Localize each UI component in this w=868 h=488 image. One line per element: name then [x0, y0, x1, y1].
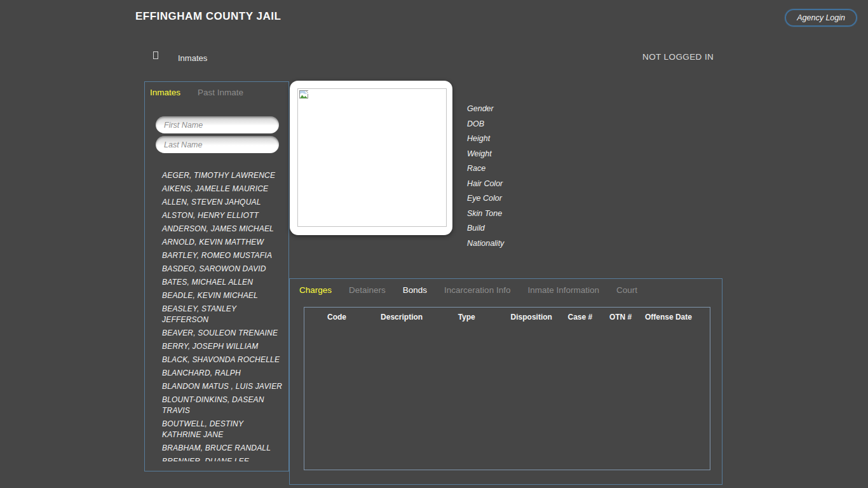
attribute-label: Weight	[467, 147, 504, 162]
inmate-list-item[interactable]: BLACK, SHAVONDA ROCHELLE	[162, 355, 283, 365]
inmate-list[interactable]: AEGER, TIMOTHY LAWRENCE AIKENS, JAMELLE …	[145, 170, 288, 461]
login-status-text: NOT LOGGED IN	[642, 52, 714, 62]
details-tab[interactable]: Detainers	[349, 285, 386, 295]
broken-image-icon	[299, 90, 309, 99]
inmate-list-item[interactable]: BOUTWELL, DESTINY KATHRINE JANE	[162, 419, 283, 440]
attribute-label: Height	[467, 132, 504, 147]
page-title: EFFINGHAM COUNTY JAIL	[135, 10, 281, 23]
inmate-photo-placeholder	[297, 88, 447, 227]
charges-table-column-header: Offense Date	[645, 313, 692, 322]
charges-table-column-header: Code	[304, 313, 369, 322]
first-name-input[interactable]	[156, 116, 279, 133]
attribute-label: DOB	[467, 117, 504, 132]
inmate-list-item[interactable]: ALLEN, STEVEN JAHQUAL	[162, 197, 283, 208]
inmate-list-item[interactable]: BRENNER, DUANE LEE	[162, 456, 283, 461]
inmate-details-panel: Charges Detainers Bonds Incarceration In…	[289, 278, 722, 485]
inmate-list-item[interactable]: BEASLEY, STANLEY JEFFERSON	[162, 304, 283, 325]
search-panel-tab[interactable]: Inmates	[150, 88, 180, 97]
inmate-list-item[interactable]: AIKENS, JAMELLE MAURICE	[162, 184, 283, 194]
nav-item-inmates[interactable]: Inmates	[178, 53, 207, 63]
inmate-list-item[interactable]: ANDERSON, JAMES MICHAEL	[162, 224, 283, 234]
details-tab[interactable]: Inmate Information	[527, 285, 599, 295]
charges-table-header-row: Code Description Type Disposition Case #…	[304, 308, 710, 327]
attribute-label: Skin Tone	[467, 207, 504, 222]
inmate-list-item[interactable]: BLANDON MATUS , LUIS JAVIER	[162, 381, 283, 392]
attribute-label: Gender	[467, 102, 504, 117]
details-tab[interactable]: Court	[616, 285, 637, 295]
charges-table-column-header: Disposition	[499, 313, 564, 322]
details-tab[interactable]: Bonds	[403, 285, 427, 295]
attribute-label: Build	[467, 221, 504, 236]
details-tabs: Charges Detainers Bonds Incarceration In…	[299, 285, 637, 295]
inmate-list-item[interactable]: BEADLE, KEVIN MICHAEL	[162, 290, 283, 301]
charges-table: Code Description Type Disposition Case #…	[304, 307, 710, 470]
inmate-search-panel: Inmates Past Inmate AEGER, TIMOTHY LAWRE…	[144, 81, 289, 471]
inmate-list-item[interactable]: ALSTON, HENRY ELLIOTT	[162, 210, 283, 221]
inmate-list-item[interactable]: BERRY, JOSEPH WILLIAM	[162, 341, 283, 352]
placeholder-glyph-icon	[153, 51, 158, 59]
agency-login-button[interactable]: Agency Login	[785, 9, 857, 27]
last-name-input[interactable]	[156, 136, 279, 153]
attribute-label: Eye Color	[467, 191, 504, 207]
search-panel-tab[interactable]: Past Inmate	[198, 88, 243, 97]
attribute-label: Nationality	[467, 236, 504, 252]
inmate-list-item[interactable]: BEAVER, SOULEON TRENAINE	[162, 328, 283, 339]
details-tab[interactable]: Charges	[299, 285, 332, 295]
inmate-list-item[interactable]: BASDEO, SAROWON DAVID	[162, 264, 283, 274]
charges-table-column-header: Description	[369, 313, 434, 322]
search-panel-tabs: Inmates Past Inmate	[150, 88, 243, 97]
inmate-list-item[interactable]: BLOUNT-DINKINS, DASEAN TRAVIS	[162, 395, 283, 416]
charges-table-column-header: Type	[434, 313, 499, 322]
inmate-list-item[interactable]: BARTLEY, ROMEO MUSTAFIA	[162, 250, 283, 261]
inmate-list-item[interactable]: BLANCHARD, RALPH	[162, 368, 283, 379]
charges-table-column-header: OTN #	[596, 313, 645, 322]
attribute-label: Race	[467, 161, 504, 177]
inmate-list-item[interactable]: AEGER, TIMOTHY LAWRENCE	[162, 170, 283, 181]
details-tab[interactable]: Incarceration Info	[444, 285, 510, 295]
inmate-list-item[interactable]: BRABHAM, BRUCE RANDALL	[162, 443, 283, 454]
attribute-label: Hair Color	[467, 177, 504, 192]
inmate-photo-card	[290, 81, 452, 235]
inmate-list-item[interactable]: BATES, MICHAEL ALLEN	[162, 277, 283, 288]
charges-table-column-header: Case #	[564, 313, 596, 322]
inmate-list-item[interactable]: ARNOLD, KEVIN MATTHEW	[162, 237, 283, 248]
inmate-attribute-labels: Gender DOB Height Weight Race Hair Color…	[467, 102, 504, 251]
